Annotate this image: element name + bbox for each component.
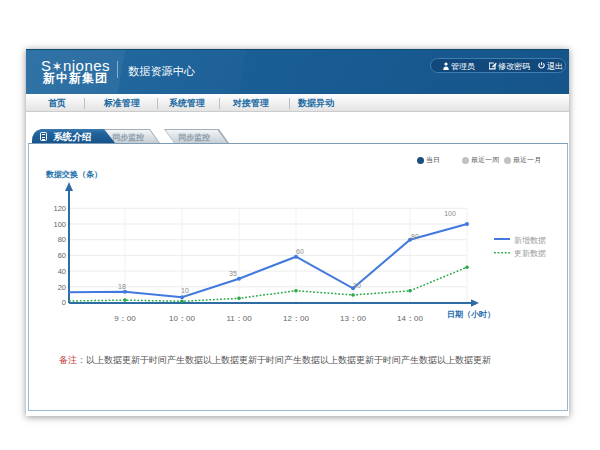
svg-text:新增数据: 新增数据 bbox=[514, 236, 546, 245]
svg-text:0: 0 bbox=[62, 298, 66, 307]
svg-text:18: 18 bbox=[118, 283, 126, 290]
svg-text:14：00: 14：00 bbox=[397, 314, 423, 323]
svg-text:60: 60 bbox=[58, 251, 66, 260]
svg-text:更新数据: 更新数据 bbox=[514, 249, 546, 258]
svg-text:80: 80 bbox=[58, 235, 66, 244]
svg-text:数据交换（条）: 数据交换（条） bbox=[45, 170, 102, 179]
svg-text:80: 80 bbox=[411, 233, 419, 240]
svg-text:10: 10 bbox=[353, 282, 361, 289]
svg-text:20: 20 bbox=[58, 283, 66, 292]
svg-text:60: 60 bbox=[296, 248, 304, 255]
svg-text:12：00: 12：00 bbox=[283, 314, 309, 323]
svg-text:11：00: 11：00 bbox=[226, 314, 252, 323]
svg-text:35: 35 bbox=[229, 270, 237, 277]
svg-text:100: 100 bbox=[444, 210, 456, 217]
svg-text:40: 40 bbox=[58, 267, 66, 276]
svg-text:13：00: 13：00 bbox=[340, 314, 366, 323]
svg-text:日期（小时）: 日期（小时） bbox=[447, 310, 495, 319]
svg-text:10：00: 10：00 bbox=[169, 314, 195, 323]
svg-text:9：00: 9：00 bbox=[114, 314, 136, 323]
svg-text:120: 120 bbox=[53, 204, 66, 213]
svg-text:10: 10 bbox=[181, 287, 189, 294]
svg-text:100: 100 bbox=[53, 220, 66, 229]
